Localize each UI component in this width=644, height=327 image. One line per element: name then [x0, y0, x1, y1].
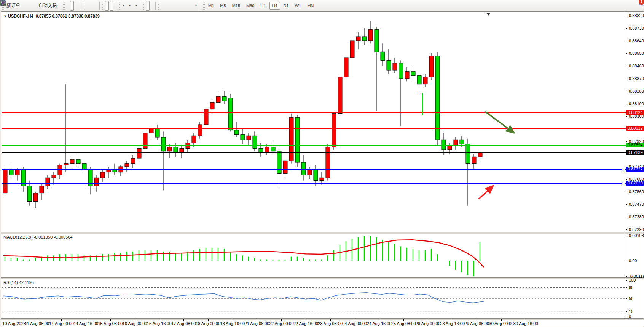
macd-axis-tick: 0.00 — [629, 259, 637, 263]
price-tag-0.88124: 0.88124 — [626, 110, 644, 115]
drag-grip[interactable] — [82, 2, 84, 10]
dropdown-caret-icon[interactable]: ▾ — [135, 4, 137, 7]
date-axis-label: 10 Aug 2023 — [2, 321, 26, 326]
templates-button[interactable]: ▾ — [133, 1, 139, 11]
toolbar-group-trade: 新订单自动交易 — [0, 0, 59, 11]
date-axis-label: 14 Aug 00:00 — [49, 321, 74, 326]
drag-grip[interactable] — [102, 2, 104, 10]
arrows-button[interactable]: ▾ — [193, 1, 199, 11]
timeframe-mn-button[interactable]: MN — [304, 2, 316, 10]
timeframe-m5-button[interactable]: M5 — [217, 2, 228, 10]
price-axis-tick: 0.87470 — [629, 202, 644, 207]
horizontal-line-button[interactable] — [166, 1, 169, 11]
crosshair-button[interactable] — [150, 1, 154, 11]
price-axis-tick: 0.87290 — [629, 228, 644, 232]
toolbar-group-drawings: EFAT▾ — [156, 0, 199, 11]
fibonacci-button[interactable]: F — [179, 1, 183, 11]
date-axis-label: 18 Aug 00:00 — [196, 321, 220, 326]
zoom-in-button[interactable] — [85, 1, 89, 11]
timeframe-m30-button[interactable]: M30 — [244, 2, 257, 10]
date-axis-label: 17 Aug 08:00 — [171, 321, 196, 326]
indicators-button[interactable]: ▾ — [120, 1, 126, 11]
toolbar-separator — [200, 2, 200, 10]
text-label-button[interactable]: T — [188, 1, 192, 11]
toolbar-group-pointer — [141, 0, 155, 11]
price-axis-tick: 0.88730 — [629, 26, 644, 30]
tile-windows-button[interactable] — [94, 1, 98, 11]
timeframe-m15-button[interactable]: M15 — [230, 2, 243, 10]
drag-grip[interactable] — [117, 2, 120, 10]
price-axis-tick: 0.87380 — [629, 215, 644, 219]
price-tag-0.87722: 0.87722 — [626, 167, 644, 172]
timeframe-h4-button[interactable]: H4 — [269, 2, 280, 10]
drag-grip[interactable] — [158, 2, 160, 10]
channel-button[interactable]: E — [175, 1, 179, 11]
periods-button[interactable]: ▾ — [127, 1, 132, 11]
price-tag-0.88012: 0.88012 — [626, 126, 644, 131]
rsi-axis-tick: 15 — [629, 309, 633, 314]
drag-grip[interactable] — [202, 2, 205, 10]
toolbar-group-zoom — [81, 0, 99, 11]
dropdown-caret-icon[interactable]: ▾ — [129, 4, 131, 7]
price-tag-0.87839: 0.87839 — [626, 150, 644, 155]
date-axis-label: 21 Aug 08:00 — [245, 321, 269, 326]
toolbar-group-scroll — [100, 0, 114, 11]
price-tag-0.87894: 0.87894 — [626, 143, 644, 147]
community-button[interactable] — [27, 1, 31, 11]
toolbar-separator — [140, 2, 140, 10]
date-axis-label: 18 Aug 16:00 — [220, 321, 245, 326]
chart-window: ▼ USDCHF-,H4 0.87855 0.87861 0.87836 0.8… — [1, 11, 644, 327]
date-axis-label: 25 Aug 08:00 — [391, 321, 416, 326]
timeframe-w1-button[interactable]: W1 — [292, 2, 304, 10]
toolbar-separator — [99, 2, 100, 10]
date-axis-label: 22 Aug 16:00 — [293, 321, 318, 326]
date-axis-label: 30 Aug 00:00 — [489, 321, 514, 326]
toolbar-group-timeframes: M1M5M15M30H1H4D1W1MN — [201, 0, 317, 11]
line-chart-button[interactable] — [75, 1, 78, 11]
timeframe-h1-button[interactable]: H1 — [258, 2, 268, 10]
dropdown-caret-icon[interactable]: ▾ — [195, 4, 197, 7]
date-axis-label: 28 Aug 00:00 — [416, 321, 440, 326]
price-axis-tick: 0.88370 — [629, 77, 644, 81]
toolbar-group-insert: ▾▾▾ — [116, 0, 139, 11]
mt4-application: 新订单自动交易▾▾▾EFAT▾M1M5M15M30H1H4D1W1MN1 ▼ U… — [0, 0, 644, 327]
price-axis-tick: 0.88460 — [629, 64, 644, 68]
date-axis-label: 15 Aug 08:00 — [98, 321, 123, 326]
candlestick-button[interactable] — [70, 1, 74, 11]
auto-trading-button[interactable]: 自动交易 — [37, 1, 59, 11]
date-axis-label: 22 Aug 00:00 — [269, 321, 294, 326]
market-watch-button[interactable] — [23, 1, 27, 11]
auto-scroll-button[interactable] — [105, 1, 109, 11]
rsi-series — [1, 12, 626, 318]
dropdown-caret-icon[interactable]: ▾ — [123, 4, 124, 7]
vertical-line-button[interactable] — [161, 1, 165, 11]
date-axis-label: 24 Aug 16:00 — [367, 321, 392, 326]
text-button[interactable]: A — [184, 1, 188, 11]
price-axis-tick: 0.88190 — [629, 102, 644, 106]
drag-grip[interactable] — [142, 2, 145, 10]
price-axis-tick: 0.88640 — [629, 39, 644, 43]
cursor-button[interactable] — [146, 1, 150, 11]
toolbar: 新订单自动交易▾▾▾EFAT▾M1M5M15M30H1H4D1W1MN1 — [0, 0, 644, 11]
zoom-out-button[interactable] — [90, 1, 94, 11]
notification-badge: 1 — [639, 0, 644, 5]
chart-shift-button[interactable] — [110, 1, 113, 11]
date-axis-label: 16 Aug 16:00 — [147, 321, 172, 326]
drag-grip[interactable] — [62, 2, 65, 10]
rsi-axis-tick: 50 — [629, 297, 633, 301]
trendline-button[interactable] — [170, 1, 174, 11]
macd-axis-tick: 0.001931 — [629, 234, 644, 238]
rsi-axis-tick: 0 — [629, 315, 631, 319]
timeframe-m1-button[interactable]: M1 — [206, 2, 217, 10]
pane-separator[interactable] — [1, 318, 644, 320]
price-axis-tick: 0.88550 — [629, 51, 644, 56]
signals-button[interactable] — [32, 1, 36, 11]
new-order-button[interactable]: 新订单 — [5, 1, 22, 11]
price-axis-border — [626, 12, 626, 318]
timeframe-d1-button[interactable]: D1 — [281, 2, 292, 10]
price-axis-tick: 0.87560 — [629, 190, 644, 194]
price-axis-tick: 0.88280 — [629, 89, 644, 93]
bar-chart-button[interactable] — [65, 1, 69, 11]
new-order-button-label: 新订单 — [6, 2, 20, 9]
rsi-axis-tick: 80 — [629, 285, 633, 290]
